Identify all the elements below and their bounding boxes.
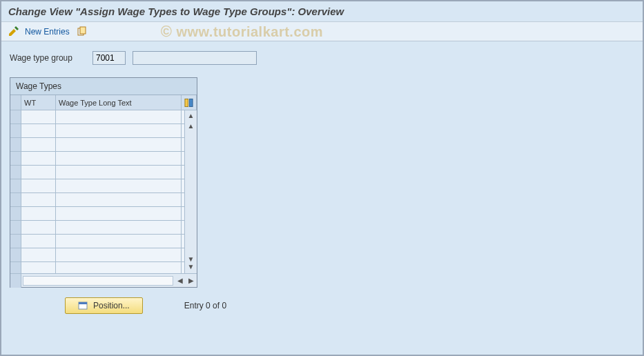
toolbar: New Entries ©www.tutorialkart.com — [1, 22, 643, 41]
cell-wt[interactable] — [21, 124, 56, 138]
scroll-left-icon[interactable]: ◀ — [175, 277, 186, 284]
position-button-label: Position... — [93, 301, 130, 310]
position-button[interactable]: Position... — [65, 297, 143, 314]
table-header: WT Wage Type Long Text — [10, 95, 197, 110]
cell-wt[interactable] — [21, 179, 56, 193]
cell-long-text[interactable] — [56, 262, 182, 273]
scroll-down-page-icon[interactable]: ▼ — [188, 255, 195, 263]
table-row[interactable] — [10, 207, 197, 221]
cell-long-text[interactable] — [56, 179, 182, 193]
cell-long-text[interactable] — [56, 221, 182, 235]
cell-wt[interactable] — [21, 235, 56, 248]
watermark: ©www.tutorialkart.com — [161, 23, 323, 41]
svg-rect-2 — [185, 99, 188, 106]
table-row[interactable] — [10, 124, 197, 138]
row-selector[interactable] — [10, 124, 21, 138]
position-icon — [78, 301, 88, 310]
row-selector[interactable] — [10, 152, 21, 166]
row-selector[interactable] — [10, 235, 21, 248]
cell-wt[interactable] — [21, 248, 56, 262]
table-row[interactable] — [10, 110, 197, 124]
row-selector[interactable] — [10, 179, 21, 193]
svg-rect-1 — [80, 27, 86, 34]
wage-type-group-code-input[interactable] — [92, 51, 126, 65]
row-selector[interactable] — [10, 248, 21, 262]
cell-wt[interactable] — [21, 262, 56, 273]
row-selector[interactable] — [10, 166, 21, 179]
row-selector[interactable] — [10, 110, 21, 124]
scroll-right-icon[interactable]: ▶ — [186, 277, 197, 284]
table-row[interactable] — [10, 235, 197, 248]
row-selector[interactable] — [10, 221, 21, 235]
cell-wt[interactable] — [21, 152, 56, 166]
table-config-icon[interactable] — [182, 95, 197, 110]
cell-long-text[interactable] — [56, 248, 182, 262]
table-row[interactable] — [10, 179, 197, 193]
select-all-column[interactable] — [10, 95, 21, 110]
cell-wt[interactable] — [21, 110, 56, 124]
scroll-up-page-icon[interactable]: ▲ — [188, 122, 195, 130]
page-title: Change View "Assign Wage Types to Wage T… — [1, 1, 643, 22]
wage-type-group-label: Wage type group — [10, 53, 86, 63]
table-row[interactable] — [10, 248, 197, 262]
cell-wt[interactable] — [21, 193, 56, 207]
cell-wt[interactable] — [21, 166, 56, 179]
cell-wt[interactable] — [21, 221, 56, 235]
copy-icon[interactable] — [75, 26, 88, 38]
cell-long-text[interactable] — [56, 207, 182, 221]
scroll-down-icon[interactable]: ▼ — [188, 263, 195, 270]
table-row[interactable] — [10, 193, 197, 207]
wage-type-group-desc-input[interactable] — [133, 51, 257, 65]
table-row[interactable] — [10, 138, 197, 152]
cell-long-text[interactable] — [56, 193, 182, 207]
cell-long-text[interactable] — [56, 235, 182, 248]
row-selector[interactable] — [10, 193, 21, 207]
row-selector[interactable] — [10, 262, 21, 273]
wage-type-group-field: Wage type group — [10, 51, 634, 65]
new-entries-button[interactable]: New Entries — [25, 27, 70, 37]
svg-rect-5 — [79, 302, 87, 304]
table-row[interactable] — [10, 262, 197, 273]
svg-rect-3 — [189, 99, 193, 106]
table-row[interactable] — [10, 152, 197, 166]
column-wt[interactable]: WT — [21, 95, 56, 110]
entry-count: Entry 0 of 0 — [184, 301, 226, 310]
row-selector[interactable] — [10, 207, 21, 221]
row-selector[interactable] — [10, 138, 21, 152]
cell-wt[interactable] — [21, 138, 56, 152]
table-row[interactable] — [10, 166, 197, 179]
cell-long-text[interactable] — [56, 138, 182, 152]
cell-wt[interactable] — [21, 207, 56, 221]
wage-types-panel-title: Wage Types — [10, 78, 197, 95]
content-body: Wage type group Wage Types WT Wage Type … — [1, 41, 643, 324]
scroll-up-icon[interactable]: ▲ — [188, 112, 195, 119]
vertical-scrollbar[interactable]: ▲ ▲ ▼ ▼ — [184, 110, 197, 273]
wage-types-panel: Wage Types WT Wage Type Long Text ▲ ▲ ▼ … — [10, 77, 197, 288]
cell-long-text[interactable] — [56, 110, 182, 124]
column-long-text[interactable]: Wage Type Long Text — [56, 95, 182, 110]
footer: Position... Entry 0 of 0 — [10, 297, 634, 314]
cell-long-text[interactable] — [56, 124, 182, 138]
table-row[interactable] — [10, 221, 197, 235]
pencil-check-icon[interactable] — [7, 26, 19, 38]
cell-long-text[interactable] — [56, 152, 182, 166]
app-window: Change View "Assign Wage Types to Wage T… — [0, 0, 644, 356]
cell-long-text[interactable] — [56, 166, 182, 179]
horizontal-scrollbar[interactable]: ◀ ▶ — [10, 273, 197, 287]
